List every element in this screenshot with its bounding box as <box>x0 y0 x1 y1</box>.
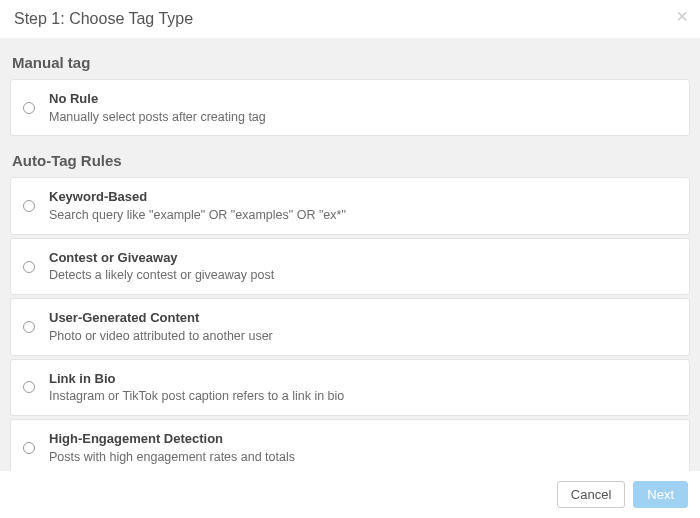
option-text: High-Engagement Detection Posts with hig… <box>49 430 295 465</box>
radio-icon[interactable] <box>23 381 35 393</box>
option-no-rule[interactable]: No Rule Manually select posts after crea… <box>10 79 690 136</box>
cancel-button[interactable]: Cancel <box>557 481 625 508</box>
option-desc: Search query like "example" OR "examples… <box>49 207 346 224</box>
option-user-generated[interactable]: User-Generated Content Photo or video at… <box>10 298 690 355</box>
option-text: Contest or Giveaway Detects a likely con… <box>49 249 274 284</box>
option-desc: Posts with high engagement rates and tot… <box>49 449 295 466</box>
section-title-auto: Auto-Tag Rules <box>10 146 690 177</box>
radio-icon[interactable] <box>23 102 35 114</box>
close-icon[interactable]: × <box>676 6 688 26</box>
option-title: Keyword-Based <box>49 188 346 206</box>
option-desc: Photo or video attributed to another use… <box>49 328 273 345</box>
modal-body: Manual tag No Rule Manually select posts… <box>0 38 700 471</box>
option-text: No Rule Manually select posts after crea… <box>49 90 266 125</box>
section-manual: Manual tag No Rule Manually select posts… <box>10 48 690 136</box>
next-button[interactable]: Next <box>633 481 688 508</box>
option-keyword-based[interactable]: Keyword-Based Search query like "example… <box>10 177 690 234</box>
option-title: High-Engagement Detection <box>49 430 295 448</box>
radio-icon[interactable] <box>23 442 35 454</box>
option-link-in-bio[interactable]: Link in Bio Instagram or TikTok post cap… <box>10 359 690 416</box>
option-desc: Instagram or TikTok post caption refers … <box>49 388 344 405</box>
option-desc: Detects a likely contest or giveaway pos… <box>49 267 274 284</box>
section-auto: Auto-Tag Rules Keyword-Based Search quer… <box>10 146 690 471</box>
modal: Step 1: Choose Tag Type × Manual tag No … <box>0 0 700 518</box>
radio-icon[interactable] <box>23 261 35 273</box>
option-title: Link in Bio <box>49 370 344 388</box>
option-desc: Manually select posts after creating tag <box>49 109 266 126</box>
radio-icon[interactable] <box>23 321 35 333</box>
option-title: No Rule <box>49 90 266 108</box>
option-title: Contest or Giveaway <box>49 249 274 267</box>
radio-icon[interactable] <box>23 200 35 212</box>
option-title: User-Generated Content <box>49 309 273 327</box>
modal-footer: Cancel Next <box>0 471 700 518</box>
option-contest-giveaway[interactable]: Contest or Giveaway Detects a likely con… <box>10 238 690 295</box>
option-text: Link in Bio Instagram or TikTok post cap… <box>49 370 344 405</box>
modal-title: Step 1: Choose Tag Type <box>14 10 686 28</box>
modal-header: Step 1: Choose Tag Type × <box>0 0 700 38</box>
inner-body: Manual tag No Rule Manually select posts… <box>0 38 700 471</box>
section-title-manual: Manual tag <box>10 48 690 79</box>
option-text: User-Generated Content Photo or video at… <box>49 309 273 344</box>
option-high-engagement[interactable]: High-Engagement Detection Posts with hig… <box>10 419 690 471</box>
option-text: Keyword-Based Search query like "example… <box>49 188 346 223</box>
